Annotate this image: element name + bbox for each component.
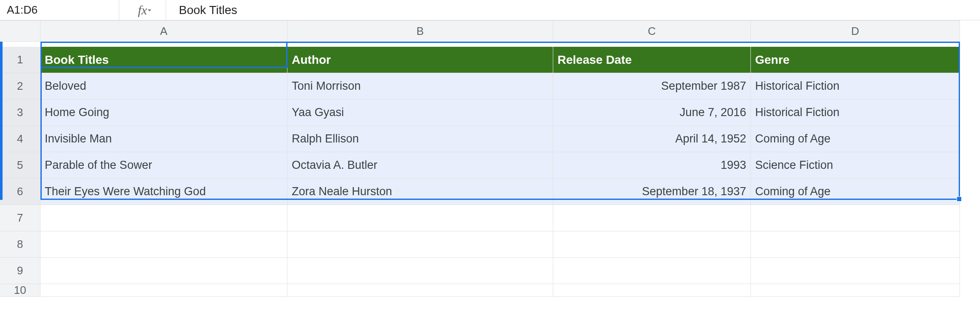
row-header-2[interactable]: 2: [0, 73, 40, 100]
row-header-7[interactable]: 7: [0, 205, 40, 231]
row-header-3[interactable]: 3: [0, 100, 40, 126]
cell-C2[interactable]: September 1987: [553, 73, 751, 100]
formula-bar: fx Book Titles: [0, 0, 980, 20]
cell-D6[interactable]: Coming of Age: [751, 179, 960, 205]
cell-A2[interactable]: Beloved: [40, 73, 287, 100]
formula-input[interactable]: Book Titles: [166, 0, 980, 20]
cell-D8[interactable]: [751, 231, 960, 258]
row-header-9[interactable]: 9: [0, 258, 40, 284]
cell-B1[interactable]: Author: [287, 47, 553, 73]
row-header-8[interactable]: 8: [0, 231, 40, 258]
cell-B8[interactable]: [287, 231, 553, 258]
cell-A6[interactable]: Their Eyes Were Watching God: [40, 179, 287, 205]
formula-content-text: Book Titles: [179, 3, 237, 17]
cell-B2[interactable]: Toni Morrison: [287, 73, 553, 100]
cell-C10[interactable]: [553, 284, 751, 297]
col-header-B[interactable]: B: [287, 20, 553, 42]
cell-D3[interactable]: Historical Fiction: [751, 100, 960, 126]
cell-C8[interactable]: [553, 231, 751, 258]
fx-icon[interactable]: fx: [119, 0, 166, 20]
cell-D7[interactable]: [751, 205, 960, 231]
col-header-A[interactable]: A: [40, 20, 287, 42]
col-header-D[interactable]: D: [751, 20, 960, 42]
fx-label: fx: [138, 3, 147, 17]
cell-C4[interactable]: April 14, 1952: [553, 126, 751, 152]
cell-B9[interactable]: [287, 258, 553, 284]
row-header-1[interactable]: 1: [0, 47, 40, 73]
cell-B7[interactable]: [287, 205, 553, 231]
spreadsheet-grid[interactable]: A B C D 1 Book Titles Author Release Dat…: [0, 20, 980, 310]
cell-C6[interactable]: September 18, 1937: [553, 179, 751, 205]
col-header-C[interactable]: C: [553, 20, 751, 42]
cell-B3[interactable]: Yaa Gyasi: [287, 100, 553, 126]
cell-C3[interactable]: June 7, 2016: [553, 100, 751, 126]
cell-D10[interactable]: [751, 284, 960, 297]
cell-A8[interactable]: [40, 231, 287, 258]
cell-A7[interactable]: [40, 205, 287, 231]
cell-A9[interactable]: [40, 258, 287, 284]
select-all-corner[interactable]: [0, 20, 40, 42]
cell-A1[interactable]: Book Titles: [40, 47, 287, 73]
cell-D5[interactable]: Science Fiction: [751, 152, 960, 179]
cell-B10[interactable]: [287, 284, 553, 297]
cell-B4[interactable]: Ralph Ellison: [287, 126, 553, 152]
row-header-5[interactable]: 5: [0, 152, 40, 179]
cell-C9[interactable]: [553, 258, 751, 284]
cell-D9[interactable]: [751, 258, 960, 284]
cell-B5[interactable]: Octavia A. Butler: [287, 152, 553, 179]
cell-A5[interactable]: Parable of the Sower: [40, 152, 287, 179]
row-header-6[interactable]: 6: [0, 179, 40, 205]
cell-A10[interactable]: [40, 284, 287, 297]
cell-C1[interactable]: Release Date: [553, 47, 751, 73]
cell-A4[interactable]: Invisible Man: [40, 126, 287, 152]
cell-B6[interactable]: Zora Neale Hurston: [287, 179, 553, 205]
row-header-4[interactable]: 4: [0, 126, 40, 152]
name-box[interactable]: [0, 0, 119, 20]
cell-A3[interactable]: Home Going: [40, 100, 287, 126]
cell-C7[interactable]: [553, 205, 751, 231]
cell-D2[interactable]: Historical Fiction: [751, 73, 960, 100]
cell-C5[interactable]: 1993: [553, 152, 751, 179]
row-header-10[interactable]: 10: [0, 284, 40, 297]
cell-D1[interactable]: Genre: [751, 47, 960, 73]
cell-D4[interactable]: Coming of Age: [751, 126, 960, 152]
